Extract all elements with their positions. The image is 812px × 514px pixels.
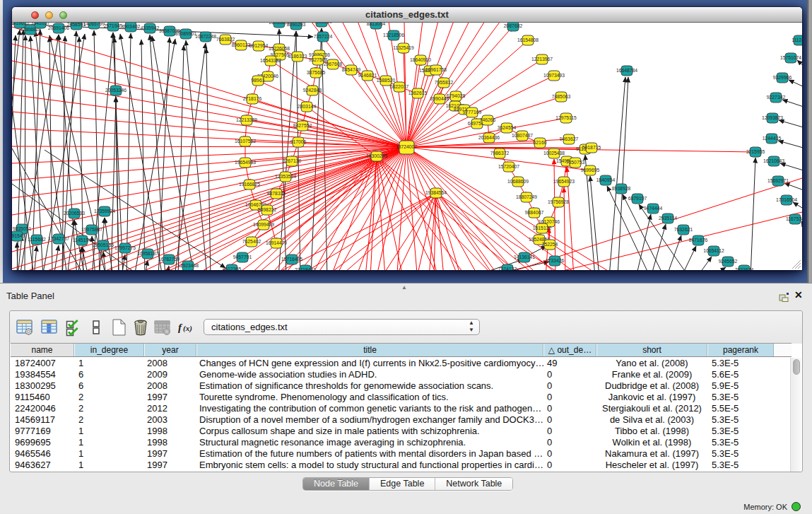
- svg-text:1840954: 1840954: [596, 177, 616, 182]
- svg-text:9242848: 9242848: [303, 88, 322, 93]
- svg-text:3875685: 3875685: [307, 70, 326, 75]
- svg-text:18300295: 18300295: [366, 153, 387, 158]
- svg-text:12353594: 12353594: [275, 174, 296, 179]
- svg-text:17359924: 17359924: [94, 209, 115, 214]
- svg-text:98961: 98961: [252, 78, 265, 83]
- svg-text:18640910: 18640910: [410, 57, 431, 62]
- svg-text:16543382: 16543382: [260, 58, 281, 63]
- svg-text:1615132: 1615132: [533, 226, 552, 230]
- svg-text:15720407: 15720407: [498, 164, 519, 169]
- svg-text:4335942: 4335942: [141, 25, 160, 30]
- svg-text:9835051: 9835051: [13, 226, 32, 231]
- svg-text:16210643: 16210643: [763, 158, 784, 163]
- svg-text:7350753: 7350753: [566, 160, 585, 165]
- svg-text:10654112: 10654112: [703, 248, 724, 253]
- svg-text:8186323: 8186323: [288, 54, 307, 59]
- svg-text:19654983: 19654983: [235, 160, 256, 165]
- svg-text:12213967: 12213967: [531, 57, 553, 62]
- svg-text:5822037: 5822037: [390, 84, 409, 89]
- svg-text:15716485: 15716485: [281, 257, 302, 262]
- svg-text:1244415: 1244415: [763, 136, 782, 141]
- svg-text:3215955: 3215955: [746, 149, 765, 154]
- svg-text:8878332: 8878332: [267, 191, 286, 196]
- svg-text:12975115: 12975115: [555, 115, 577, 120]
- svg-text:2935114: 2935114: [659, 216, 677, 221]
- svg-text:9777169: 9777169: [463, 110, 482, 115]
- svg-text:12923448: 12923448: [177, 263, 199, 268]
- svg-text:17016504: 17016504: [776, 197, 797, 202]
- svg-text:9457791: 9457791: [233, 255, 252, 259]
- svg-text:917006: 917006: [290, 139, 307, 144]
- svg-text:7022674: 7022674: [735, 267, 754, 270]
- svg-text:4612365: 4612365: [223, 267, 242, 270]
- svg-text:18724007: 18724007: [396, 144, 417, 149]
- svg-text:2967608: 2967608: [324, 62, 343, 66]
- svg-text:4903402: 4903402: [122, 24, 141, 29]
- svg-text:11325419: 11325419: [393, 45, 414, 50]
- svg-text:1733426: 1733426: [546, 258, 565, 263]
- svg-text:7663822: 7663822: [216, 37, 235, 42]
- svg-text:12505135: 12505135: [93, 243, 114, 247]
- svg-text:1588520: 1588520: [377, 78, 396, 83]
- svg-text:19756928: 19756928: [548, 199, 569, 204]
- svg-text:12093873: 12093873: [762, 115, 783, 120]
- svg-text:1145194: 1145194: [73, 238, 91, 243]
- svg-text:3267130: 3267130: [283, 158, 302, 163]
- svg-text:8454749: 8454749: [342, 67, 361, 72]
- svg-text:16782759: 16782759: [158, 257, 180, 262]
- svg-text:1167534: 1167534: [786, 216, 802, 221]
- svg-text:7986372: 7986372: [490, 151, 510, 156]
- svg-text:(x): (x): [183, 324, 192, 333]
- svg-text:1362615: 1362615: [408, 90, 428, 95]
- svg-text:111248: 111248: [792, 37, 802, 42]
- svg-text:62160: 62160: [534, 140, 547, 145]
- svg-text:14099489: 14099489: [253, 222, 274, 227]
- svg-text:9699695: 9699695: [581, 168, 600, 173]
- svg-text:10958187: 10958187: [137, 251, 158, 256]
- svg-text:7357224: 7357224: [314, 34, 333, 39]
- svg-text:16154808: 16154808: [517, 37, 539, 42]
- svg-text:10973493: 10973493: [543, 73, 565, 78]
- svg-text:9463627: 9463627: [560, 136, 579, 141]
- svg-text:8090293: 8090293: [287, 23, 306, 27]
- svg-text:23718431: 23718431: [295, 267, 316, 270]
- svg-text:17957275: 17957275: [114, 245, 136, 250]
- svg-text:12213389: 12213389: [236, 117, 257, 122]
- svg-text:18807249: 18807249: [516, 194, 537, 199]
- svg-text:252254: 252254: [542, 242, 558, 247]
- svg-text:9329966: 9329966: [773, 75, 792, 80]
- svg-text:9146821: 9146821: [358, 73, 377, 78]
- svg-text:19166825: 19166825: [239, 182, 260, 187]
- svg-text:3624554: 3624554: [498, 125, 517, 130]
- svg-text:47295260: 47295260: [311, 23, 332, 24]
- svg-text:19975867: 19975867: [81, 227, 102, 232]
- svg-text:14136141: 14136141: [514, 255, 535, 259]
- svg-text:19654923: 19654923: [553, 179, 575, 184]
- svg-text:15751074: 15751074: [780, 55, 801, 60]
- svg-text:16648784: 16648784: [616, 68, 637, 73]
- svg-text:10807487: 10807487: [512, 133, 533, 138]
- svg-text:1115682: 1115682: [28, 237, 46, 242]
- svg-text:20206533: 20206533: [64, 211, 85, 216]
- svg-text:6879197: 6879197: [628, 196, 647, 201]
- svg-text:3341057: 3341057: [31, 23, 50, 25]
- svg-text:6794028: 6794028: [447, 93, 466, 98]
- svg-text:89089901: 89089901: [175, 31, 196, 36]
- svg-text:8813054: 8813054: [367, 23, 386, 26]
- svg-text:20364436: 20364436: [478, 135, 500, 140]
- svg-text:16914479: 16914479: [266, 240, 287, 245]
- svg-text:2087682: 2087682: [504, 23, 523, 28]
- svg-text:7632621: 7632621: [674, 227, 693, 232]
- svg-text:16107552: 16107552: [235, 139, 256, 144]
- svg-text:10688609: 10688609: [507, 179, 529, 184]
- svg-text:2803144: 2803144: [298, 104, 317, 109]
- svg-text:19384554: 19384554: [425, 190, 447, 195]
- svg-text:7374122: 7374122: [498, 267, 517, 270]
- svg-text:8471676: 8471676: [689, 238, 708, 243]
- svg-text:8960123: 8960123: [232, 42, 251, 47]
- svg-text:8427552: 8427552: [293, 123, 312, 128]
- svg-text:9884067: 9884067: [525, 210, 544, 215]
- svg-text:10872248: 10872248: [195, 34, 216, 39]
- svg-text:2718176: 2718176: [243, 96, 262, 101]
- svg-text:9474444: 9474444: [644, 206, 663, 211]
